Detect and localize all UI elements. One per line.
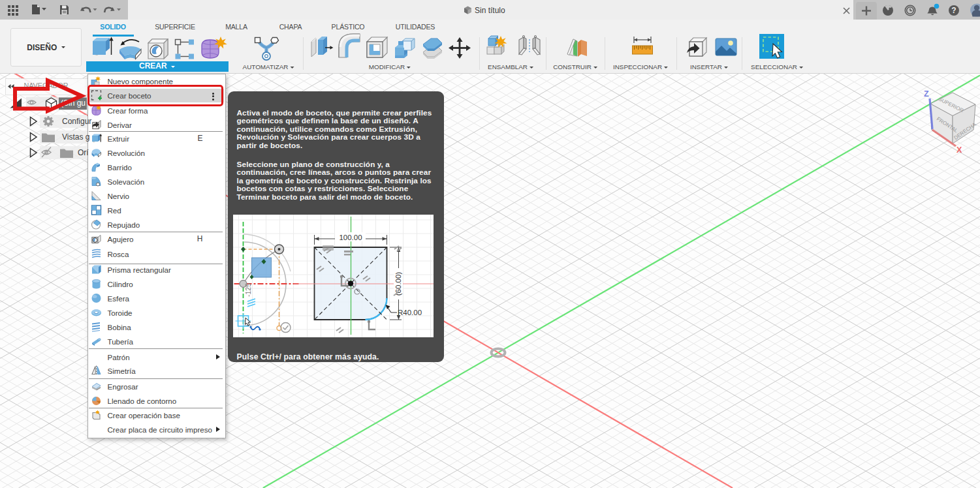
svg-text:X: X <box>956 145 962 155</box>
svg-text:?: ? <box>951 6 956 15</box>
svg-text:-125: -125 <box>244 283 252 297</box>
svg-text:(60.00): (60.00) <box>394 272 402 296</box>
svg-text:R40.00: R40.00 <box>398 309 422 316</box>
svg-text:100.00: 100.00 <box>339 234 362 241</box>
svg-text:Z: Z <box>924 89 929 99</box>
